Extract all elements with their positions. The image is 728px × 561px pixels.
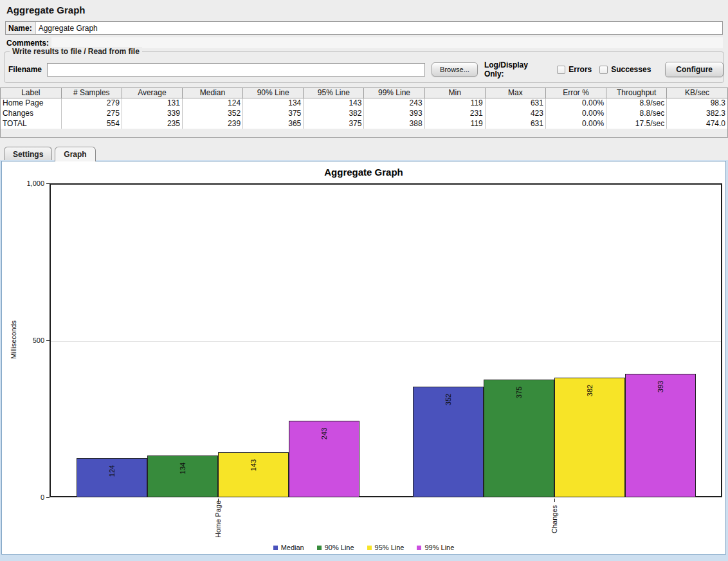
table-cell: 382.3	[667, 108, 727, 118]
bar-value-label: 352	[444, 380, 452, 419]
bar-value-label: 382	[586, 371, 594, 410]
aggregate-results-table-container: Label# SamplesAverageMedian90% Line95% L…	[0, 87, 728, 138]
table-cell: 339	[122, 108, 182, 118]
table-row[interactable]: Home Page2791311241341432431196310.00%8.…	[1, 98, 727, 108]
table-cell: 0.00%	[545, 108, 606, 118]
table-cell: 631	[485, 98, 545, 108]
legend-swatch	[367, 546, 372, 550]
column-header-max[interactable]: Max	[485, 88, 545, 98]
legend-label: Median	[281, 544, 304, 551]
y-tick-label: 0	[15, 493, 44, 501]
table-row[interactable]: Changes2753393523753823932314230.00%8.8/…	[1, 108, 727, 118]
legend-swatch	[317, 546, 322, 550]
table-header-row: Label# SamplesAverageMedian90% Line95% L…	[1, 88, 727, 98]
table-cell: 631	[485, 118, 545, 129]
legend-item-95-line: 95% Line	[367, 544, 405, 551]
table-cell: 0.00%	[545, 98, 606, 108]
table-cell: 143	[304, 98, 364, 108]
legend-label: 95% Line	[375, 544, 405, 551]
errors-checkbox[interactable]	[557, 66, 565, 74]
column-header-kb-sec[interactable]: KB/sec	[667, 88, 727, 98]
legend-item-median: Median	[273, 544, 304, 551]
column-header-95-line[interactable]: 95% Line	[304, 88, 364, 98]
table-cell: 8.9/sec	[606, 98, 667, 108]
configure-button[interactable]: Configure	[665, 62, 723, 77]
legend-label: 90% Line	[325, 544, 354, 551]
column-header-throughput[interactable]: Throughput	[606, 88, 667, 98]
table-cell: 388	[364, 118, 424, 129]
errors-checkbox-group: Errors	[557, 65, 592, 74]
page-title: Aggregate Graph	[6, 5, 86, 15]
browse-button[interactable]: Browse...	[432, 62, 478, 77]
legend-swatch	[273, 546, 278, 550]
chart-legend: Median90% Line95% Line99% Line	[2, 544, 725, 551]
table-cell: 375	[243, 108, 304, 118]
legend-item-90-line: 90% Line	[317, 544, 354, 551]
column-header-error-[interactable]: Error %	[545, 88, 606, 98]
bar-value-label: 375	[515, 373, 523, 412]
errors-checkbox-label: Errors	[569, 65, 592, 74]
y-tick-label: 500	[15, 336, 44, 344]
successes-checkbox[interactable]	[599, 66, 608, 74]
x-category-label: Home Page	[214, 493, 222, 545]
y-tick-mark	[46, 497, 50, 498]
bar-value-label: 143	[250, 446, 257, 484]
legend-label: 99% Line	[424, 544, 454, 551]
name-row: Name:	[5, 21, 723, 35]
successes-checkbox-group: Successes	[599, 65, 651, 74]
x-category-label: Changes	[551, 493, 558, 545]
name-label: Name:	[6, 22, 36, 34]
aggregate-graph-listener: Aggregate Graph Name: Comments: Write re…	[0, 0, 728, 561]
tab-settings[interactable]: Settings	[4, 147, 52, 161]
y-tick-mark	[46, 340, 50, 341]
comments-input[interactable]	[51, 37, 723, 48]
table-cell: 275	[61, 108, 122, 118]
table-cell: 8.8/sec	[606, 108, 667, 118]
table-cell: TOTAL	[1, 118, 61, 129]
table-cell: 554	[61, 118, 122, 129]
table-cell: 393	[364, 108, 424, 118]
name-input[interactable]	[36, 22, 722, 34]
table-cell: 124	[182, 98, 242, 108]
table-cell: 235	[122, 118, 182, 129]
legend-swatch	[417, 546, 421, 550]
table-cell: 119	[424, 98, 485, 108]
column-header-min[interactable]: Min	[424, 88, 485, 98]
y-tick-label: 1,000	[15, 179, 44, 187]
table-cell: 352	[182, 108, 242, 118]
chart-panel: Aggregate Graph 05001,000Milliseconds124…	[0, 160, 728, 561]
write-results-fieldset: Write results to file / Read from file F…	[4, 51, 724, 83]
table-row[interactable]: TOTAL5542352393653753881196310.00%17.5/s…	[1, 118, 727, 129]
table-cell: 375	[304, 118, 364, 129]
table-cell: 119	[424, 118, 485, 129]
bar-value-label: 393	[657, 367, 664, 406]
filename-label: Filename	[8, 65, 42, 74]
y-tick-mark	[46, 183, 50, 184]
tab-graph[interactable]: Graph	[55, 147, 95, 161]
successes-checkbox-label: Successes	[611, 65, 651, 74]
write-results-legend: Write results to file / Read from file	[10, 47, 142, 56]
gridline	[51, 341, 721, 342]
aggregate-results-table: Label# SamplesAverageMedian90% Line95% L…	[1, 88, 727, 129]
table-cell: 0.00%	[545, 118, 606, 129]
tab-bar: SettingsGraph	[4, 147, 96, 161]
bar-value-label: 124	[108, 452, 116, 490]
table-cell: 382	[304, 108, 364, 118]
column-header-median[interactable]: Median	[182, 88, 242, 98]
filename-input[interactable]	[47, 63, 425, 77]
table-cell: 134	[243, 98, 304, 108]
table-cell: 231	[424, 108, 485, 118]
column-header-90-line[interactable]: 90% Line	[243, 88, 304, 98]
column-header-label[interactable]: Label	[1, 88, 61, 98]
column-header-average[interactable]: Average	[122, 88, 182, 98]
bar-value-label: 134	[179, 449, 187, 488]
log-display-only-label: Log/Display Only:	[484, 60, 549, 78]
table-cell: 98.3	[667, 98, 727, 108]
table-cell: 243	[364, 98, 424, 108]
column-header--samples[interactable]: # Samples	[61, 88, 122, 98]
table-cell: 239	[182, 118, 242, 129]
table-cell: 474.0	[667, 118, 727, 129]
column-header-99-line[interactable]: 99% Line	[364, 88, 424, 98]
comments-label: Comments:	[5, 39, 49, 48]
table-cell: Home Page	[1, 98, 61, 108]
